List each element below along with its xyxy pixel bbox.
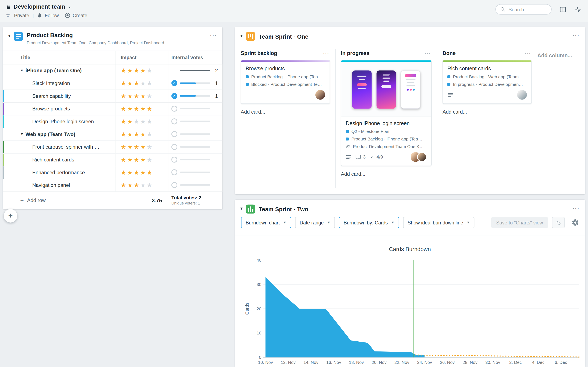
star-icon[interactable]: ★ <box>134 105 139 112</box>
backlog-task-row[interactable]: ▼Search capability★★★★★✓1 <box>3 90 222 103</box>
row-title[interactable]: Slack Integration <box>26 80 70 86</box>
impact-rating[interactable]: ★★★★★ <box>116 115 168 128</box>
row-title[interactable]: Navigation panel <box>26 183 70 188</box>
column-name[interactable]: Done <box>443 50 456 56</box>
vote-circle-icon[interactable] <box>171 131 177 137</box>
star-icon[interactable]: ★ <box>140 80 146 87</box>
star-icon[interactable]: ★ <box>147 156 152 163</box>
row-title[interactable]: Browse products <box>26 106 70 112</box>
search-input[interactable] <box>509 7 546 12</box>
chevron-down-icon[interactable] <box>68 5 72 9</box>
column-menu-icon[interactable]: ⋯ <box>323 50 329 57</box>
vote-checked-icon[interactable]: ✓ <box>171 80 177 86</box>
column-name[interactable]: Sprint backlog <box>241 50 277 56</box>
impact-rating[interactable]: ★★★★★ <box>116 90 168 102</box>
star-icon[interactable]: ★ <box>134 80 139 87</box>
backlog-task-row[interactable]: ▼Slack Integration★★★★★✓1 <box>3 77 222 90</box>
collapse-triangle-icon[interactable]: ▼ <box>20 69 26 72</box>
star-icon[interactable]: ★ <box>134 169 139 176</box>
star-icon[interactable]: ★ <box>147 105 152 112</box>
star-icon[interactable]: ★ <box>121 169 126 176</box>
row-title[interactable]: iPhone app (Team One) <box>26 68 82 74</box>
kanban-card[interactable]: Browse products Product Backlog - iPhone… <box>241 60 330 104</box>
undo-button[interactable] <box>552 217 565 228</box>
date-range-dropdown[interactable]: Date range ▼ <box>295 217 335 228</box>
backlog-task-row[interactable]: ▼Front carousel spinner with …★★★★★ <box>3 141 222 154</box>
panel-breadcrumb[interactable]: Product Development Team One, Company Da… <box>27 40 164 45</box>
backlog-task-row[interactable]: ▼Browse products★★★★★ <box>3 103 222 116</box>
create-button[interactable]: Create <box>65 12 87 18</box>
star-icon[interactable]: ★ <box>147 92 152 100</box>
save-view-button[interactable]: Save to "Charts" view <box>491 217 548 228</box>
star-icon[interactable]: ★ <box>121 131 126 138</box>
column-menu-icon[interactable]: ⋯ <box>425 50 431 57</box>
star-icon[interactable]: ★ <box>121 105 126 112</box>
star-icon[interactable]: ★ <box>140 105 146 112</box>
row-title[interactable]: Web app (Team Two) <box>26 131 75 137</box>
star-icon[interactable]: ★ <box>127 182 133 189</box>
row-title[interactable]: Search capability <box>26 93 71 99</box>
follow-button[interactable]: Follow <box>37 13 59 18</box>
add-card-button[interactable]: Add card... <box>443 109 532 115</box>
star-icon[interactable]: ★ <box>121 92 126 100</box>
row-title[interactable]: Design iPhone login screen <box>26 119 94 124</box>
search-box[interactable] <box>495 4 552 15</box>
star-icon[interactable]: ★ <box>134 67 139 74</box>
column-name[interactable]: In progress <box>341 50 369 56</box>
star-icon[interactable]: ★ <box>121 156 126 163</box>
star-icon[interactable]: ★ <box>140 156 146 163</box>
column-menu-icon[interactable]: ⋯ <box>525 50 531 57</box>
panel-menu-icon[interactable]: ⋯ <box>572 204 580 212</box>
column-header-title[interactable]: Title <box>3 51 115 64</box>
column-header-votes[interactable]: Internal votes <box>168 51 222 64</box>
ideal-line-dropdown[interactable]: Show ideal burndown line ▼ <box>403 217 474 228</box>
star-icon[interactable]: ★ <box>134 118 139 125</box>
workspace-title[interactable]: Development team <box>13 3 65 10</box>
star-icon[interactable]: ★ <box>140 92 146 100</box>
kanban-card[interactable]: Design iPhone login screen Q2 - Mileston… <box>341 60 432 166</box>
star-icon[interactable]: ★ <box>121 182 126 189</box>
star-icon[interactable]: ★ <box>147 80 152 87</box>
collapse-triangle-icon[interactable]: ▼ <box>20 132 26 136</box>
impact-rating[interactable]: ★★★★★ <box>116 166 168 179</box>
collapse-triangle-icon[interactable]: ▼ <box>8 34 13 38</box>
row-title[interactable]: Rich content cards <box>26 157 74 163</box>
collapse-triangle-icon[interactable]: ▼ <box>239 34 245 38</box>
vote-circle-icon[interactable] <box>171 144 177 150</box>
star-icon[interactable]: ★ <box>127 105 133 112</box>
star-icon[interactable]: ★ <box>147 118 152 125</box>
star-icon[interactable]: ★ <box>121 143 126 150</box>
gear-icon[interactable] <box>571 219 579 226</box>
vote-circle-icon[interactable] <box>171 106 177 112</box>
star-icon[interactable]: ★ <box>127 118 133 125</box>
impact-rating[interactable]: ★★★★★ <box>116 77 168 89</box>
collapse-triangle-icon[interactable]: ▼ <box>239 206 245 211</box>
vote-circle-icon[interactable] <box>171 182 177 188</box>
star-icon[interactable]: ★ <box>147 67 152 74</box>
backlog-group-row[interactable]: ▼Web app (Team Two)★★★★★ <box>3 128 222 141</box>
column-header-impact[interactable]: Impact <box>116 51 168 64</box>
star-icon[interactable]: ★ <box>140 67 146 74</box>
impact-rating[interactable]: ★★★★★ <box>116 103 168 115</box>
star-icon[interactable]: ★ <box>134 143 139 150</box>
vote-circle-icon[interactable] <box>171 118 177 125</box>
star-icon[interactable]: ★ <box>127 92 133 100</box>
add-row-button[interactable]: + Add row <box>3 197 115 204</box>
add-card-button[interactable]: Add card... <box>341 171 432 177</box>
row-title[interactable]: Enhanced performance <box>26 170 85 175</box>
star-icon[interactable]: ★ <box>134 92 139 100</box>
backlog-task-row[interactable]: ▼Enhanced performance★★★★★ <box>3 166 222 179</box>
star-icon[interactable]: ★ <box>134 182 139 189</box>
star-icon[interactable]: ★ <box>140 169 146 176</box>
star-icon[interactable]: ★ <box>127 143 133 150</box>
backlog-group-row[interactable]: ▼iPhone app (Team One)★★★★★2 <box>3 65 222 77</box>
star-icon[interactable]: ★ <box>140 131 146 138</box>
star-icon[interactable]: ★ <box>121 67 126 74</box>
star-icon[interactable]: ★ <box>140 143 146 150</box>
star-icon[interactable]: ★ <box>147 169 152 176</box>
chart-type-dropdown[interactable]: Burndown chart ▼ <box>241 217 291 228</box>
backlog-task-row[interactable]: ▼Navigation panel★★★★★ <box>3 179 222 192</box>
star-icon[interactable]: ★ <box>147 131 152 138</box>
impact-rating[interactable]: ★★★★★ <box>116 128 168 141</box>
row-title[interactable]: Front carousel spinner with … <box>26 144 99 150</box>
